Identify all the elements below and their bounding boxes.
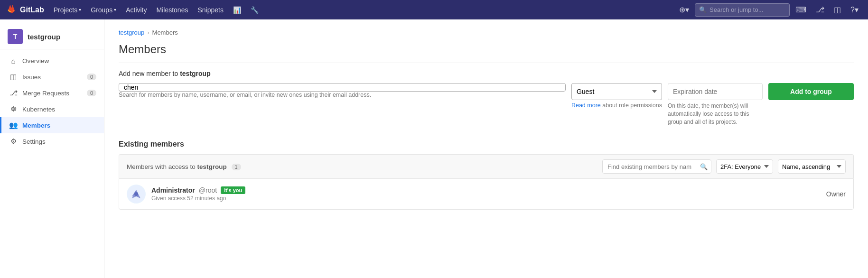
add-member-row: Search for members by name, username, or… [119, 83, 854, 126]
filter-2fa-select[interactable]: 2FA: Everyone2FA: Enabled2FA: Disabled [716, 159, 773, 174]
merge-request-icon: ⎇ [9, 89, 18, 97]
existing-members-header: Members with access to testgroup 1 🔍 2FA… [119, 154, 854, 178]
nav-snippets[interactable]: Snippets [194, 0, 227, 19]
nav-plus-icon[interactable]: ⊕ ▾ [675, 0, 693, 19]
sidebar-item-kubernetes[interactable]: ☸ Kubernetes [0, 101, 104, 117]
role-hint: Read more about role permissions [571, 102, 662, 109]
main-content: testgroup › Members Members Add new memb… [104, 19, 868, 278]
add-member-section-label: Add new member to testgroup [119, 70, 854, 77]
global-search-box[interactable]: 🔍 Search or jump to... [695, 3, 790, 17]
breadcrumb-current: Members [152, 29, 178, 36]
member-info: Administrator @root It's you Given acces… [151, 186, 821, 202]
kubernetes-icon: ☸ [9, 105, 18, 113]
issues-badge: 0 [87, 74, 96, 80]
members-icon: 👥 [9, 121, 18, 130]
sidebar: T testgroup ⌂ Overview ◫ Issues 0 ⎇ Merg… [0, 19, 104, 278]
breadcrumb: testgroup › Members [119, 29, 854, 36]
nav-projects[interactable]: Projects ▾ [50, 0, 85, 19]
nav-keyboard-icon[interactable]: ⌨ [792, 0, 810, 19]
gitlab-wordmark: GitLab [20, 6, 44, 14]
existing-members-title: Existing members [119, 140, 854, 148]
sidebar-item-label: Overview [22, 57, 49, 65]
breadcrumb-separator: › [147, 29, 149, 36]
search-icon: 🔍 [699, 6, 707, 13]
nav-issues-icon[interactable]: ◫ [830, 0, 845, 19]
nav-activity[interactable]: Activity [122, 0, 150, 19]
expiry-wrapper: On this date, the member(s) will automat… [668, 83, 763, 126]
nav-merge-request-icon[interactable]: ⎇ [812, 0, 828, 19]
filter-members-input[interactable] [602, 159, 711, 174]
merge-request-badge: 0 [87, 90, 96, 96]
table-row: Administrator @root It's you Given acces… [119, 179, 853, 209]
page-title: Members [119, 43, 854, 56]
sidebar-group-header: T testgroup [0, 24, 104, 49]
member-count-badge: 1 [232, 164, 241, 170]
member-display-name: Administrator [151, 186, 195, 194]
filter-sort-select[interactable]: Name, ascendingName, descendingLast join… [778, 159, 846, 174]
member-name-row: Administrator @root It's you [151, 186, 821, 194]
expiry-input[interactable] [668, 83, 763, 100]
nav-help-icon[interactable]: ? ▾ [847, 0, 862, 19]
avatar: T [8, 29, 23, 44]
role-select-wrapper: GuestReporterDeveloperMaintainerOwner Re… [571, 83, 662, 109]
add-button-wrapper: Add to group [768, 83, 854, 100]
member-search-input[interactable] [119, 83, 566, 92]
sidebar-item-label: Issues [22, 74, 41, 81]
sidebar-item-label: Kubernetes [22, 106, 55, 113]
sidebar-item-settings[interactable]: ⚙ Settings [0, 133, 104, 149]
expiry-hint: On this date, the member(s) will automat… [668, 102, 763, 126]
role-select[interactable]: GuestReporterDeveloperMaintainerOwner [571, 83, 662, 100]
filter-search-wrapper: 🔍 [602, 159, 711, 174]
gitlab-logo[interactable]: GitLab [6, 4, 44, 16]
existing-members-filters: 🔍 2FA: Everyone2FA: Enabled2FA: Disabled… [602, 159, 846, 174]
search-hint: Search for members by name, username, or… [119, 92, 566, 98]
add-to-group-button[interactable]: Add to group [768, 83, 854, 100]
avatar [127, 185, 146, 204]
member-access-time: Given access 52 minutes ago [151, 195, 821, 202]
read-more-link[interactable]: Read more [571, 102, 601, 109]
sidebar-item-label: Members [22, 122, 50, 129]
chevron-down-icon: ▾ [685, 5, 689, 14]
sidebar-item-overview[interactable]: ⌂ Overview [0, 53, 104, 69]
top-navigation: GitLab Projects ▾ Groups ▾ Activity Mile… [0, 0, 868, 19]
home-icon: ⌂ [9, 57, 18, 65]
member-username: @root [199, 186, 217, 194]
sidebar-item-issues[interactable]: ◫ Issues 0 [0, 69, 104, 85]
sidebar-item-merge-requests[interactable]: ⎇ Merge Requests 0 [0, 85, 104, 101]
its-you-badge: It's you [221, 186, 245, 194]
sidebar-item-label: Settings [22, 138, 46, 145]
svg-point-1 [134, 192, 138, 196]
sidebar-group-name: testgroup [28, 33, 60, 41]
filter-search-icon: 🔍 [700, 163, 708, 170]
nav-milestones[interactable]: Milestones [153, 0, 192, 19]
member-role: Owner [826, 190, 846, 198]
chevron-down-icon: ▾ [855, 5, 859, 14]
sidebar-item-members[interactable]: 👥 Members [0, 117, 104, 133]
member-search-wrapper: Search for members by name, username, or… [119, 83, 566, 100]
breadcrumb-group-link[interactable]: testgroup [119, 29, 144, 36]
existing-members-section: Existing members Members with access to … [119, 140, 854, 210]
nav-groups[interactable]: Groups ▾ [87, 0, 120, 19]
title-divider [119, 63, 854, 63]
nav-wrench-icon[interactable]: 🔧 [247, 0, 262, 19]
members-table: Administrator @root It's you Given acces… [119, 178, 854, 210]
issues-icon: ◫ [9, 73, 18, 81]
members-access-label: Members with access to testgroup 1 [127, 163, 241, 170]
nav-chart-icon[interactable]: 📊 [229, 0, 245, 19]
settings-icon: ⚙ [9, 137, 18, 146]
sidebar-item-label: Merge Requests [22, 90, 69, 97]
chevron-down-icon: ▾ [79, 7, 81, 12]
chevron-down-icon: ▾ [114, 7, 116, 12]
